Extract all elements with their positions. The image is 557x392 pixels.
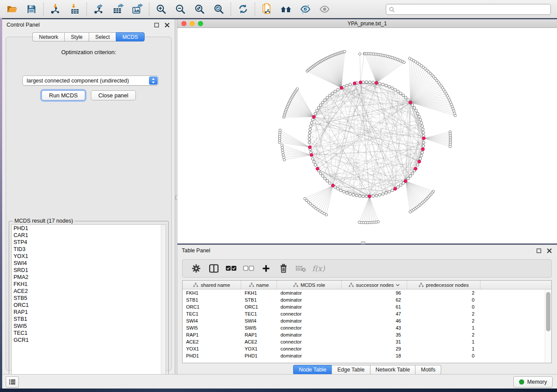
network-node[interactable]	[319, 104, 322, 107]
network-node[interactable]	[324, 99, 326, 101]
search-field[interactable]	[386, 4, 551, 15]
tab-edge-table[interactable]: Edge Table	[332, 365, 370, 375]
mcds-node[interactable]	[394, 187, 397, 190]
network-node[interactable]	[334, 90, 336, 93]
network-node[interactable]	[403, 61, 405, 64]
network-node[interactable]	[282, 154, 284, 156]
split-panel-icon[interactable]	[206, 261, 221, 275]
add-column-icon[interactable]	[259, 261, 273, 275]
network-node[interactable]	[310, 121, 313, 124]
network-node[interactable]	[336, 88, 339, 91]
close-table-panel-icon[interactable]	[546, 247, 553, 254]
mcds-node[interactable]	[308, 146, 311, 149]
first-neighbors-icon[interactable]	[278, 2, 294, 17]
tab-network-table[interactable]: Network Table	[370, 365, 415, 375]
export-network-icon[interactable]	[91, 2, 107, 17]
mcds-list-scrollbar[interactable]	[161, 225, 166, 380]
network-node[interactable]	[352, 193, 355, 196]
network-node[interactable]	[281, 144, 284, 147]
hide-selected-icon[interactable]	[298, 2, 313, 17]
network-node[interactable]	[359, 53, 361, 55]
network-node[interactable]	[304, 197, 306, 200]
delete-table-icon[interactable]	[294, 261, 308, 275]
table-row[interactable]: YOX1YOX1connector291	[183, 345, 551, 352]
float-panel-icon[interactable]	[153, 21, 160, 28]
table-row[interactable]: STB1STB1dominator620	[183, 296, 551, 303]
network-window-titlebar[interactable]: YPA_prune.txt_1	[177, 19, 557, 28]
network-node[interactable]	[324, 177, 326, 180]
network-node[interactable]	[407, 99, 409, 101]
export-image-icon[interactable]	[129, 2, 145, 17]
delete-column-icon[interactable]	[276, 261, 291, 275]
network-node[interactable]	[388, 190, 391, 193]
refresh-icon[interactable]	[235, 2, 251, 17]
network-node[interactable]	[420, 154, 422, 157]
table-row[interactable]: PHD1PHD1dominator180	[183, 352, 551, 359]
network-node[interactable]	[311, 158, 314, 160]
mcds-node[interactable]	[414, 167, 417, 170]
network-node[interactable]	[313, 161, 315, 163]
network-node[interactable]	[415, 109, 417, 112]
network-node[interactable]	[375, 194, 378, 197]
network-node[interactable]	[346, 192, 348, 194]
network-node[interactable]	[378, 82, 381, 85]
network-node[interactable]	[391, 87, 394, 89]
maximize-window-icon[interactable]	[198, 21, 203, 26]
mcds-node[interactable]	[375, 81, 378, 84]
network-node[interactable]	[322, 101, 324, 104]
save-session-icon[interactable]	[24, 2, 39, 17]
column-header[interactable]: MCDS role	[277, 281, 342, 289]
table-row[interactable]: FKH1FKH1dominator962	[183, 289, 551, 296]
network-node[interactable]	[315, 109, 318, 112]
network-node[interactable]	[355, 194, 358, 197]
network-node[interactable]	[362, 195, 364, 198]
show-all-icon[interactable]	[317, 2, 332, 17]
close-panel-button[interactable]: Close panel	[91, 90, 136, 100]
mcds-result-list[interactable]: PHD1CAR1STP4TID3YOX1SWI4SRD1PMA2FKH1ACE2…	[11, 224, 166, 381]
network-node[interactable]	[343, 50, 346, 53]
network-node[interactable]	[419, 158, 422, 160]
network-node[interactable]	[339, 189, 342, 192]
zoom-out-icon[interactable]	[173, 2, 188, 17]
import-network-icon[interactable]	[48, 2, 63, 17]
network-node[interactable]	[419, 118, 422, 121]
network-node[interactable]	[413, 107, 415, 109]
network-node[interactable]	[409, 175, 412, 177]
mcds-node[interactable]	[312, 115, 315, 118]
open-file-icon[interactable]	[4, 2, 20, 17]
network-node[interactable]	[421, 125, 423, 127]
network-node[interactable]	[283, 156, 285, 159]
table-scrollbar[interactable]	[545, 289, 551, 363]
settings-gear-icon[interactable]	[189, 261, 204, 275]
network-node[interactable]	[394, 88, 396, 91]
search-input[interactable]	[395, 7, 548, 13]
network-node[interactable]	[372, 81, 374, 84]
network-node[interactable]	[407, 177, 409, 180]
network-node[interactable]	[369, 81, 371, 83]
table-row[interactable]: SWI4SWI4dominator462	[183, 317, 551, 324]
network-node[interactable]	[349, 193, 351, 195]
close-panel-icon[interactable]	[163, 21, 170, 28]
tab-motifs[interactable]: Motifs	[415, 365, 441, 375]
network-node[interactable]	[411, 172, 414, 175]
network-node[interactable]	[314, 164, 317, 166]
network-node[interactable]	[399, 184, 402, 186]
select-all-icon[interactable]	[224, 261, 239, 275]
mcds-node[interactable]	[409, 101, 412, 104]
network-node[interactable]	[397, 186, 399, 188]
mcds-node[interactable]	[359, 81, 362, 84]
tab-network[interactable]: Network	[32, 32, 64, 41]
network-node[interactable]	[308, 141, 311, 144]
network-node[interactable]	[329, 94, 331, 97]
network-node[interactable]	[422, 128, 424, 131]
network-node[interactable]	[391, 189, 394, 192]
table-row[interactable]: SWI5SWI5connector431	[183, 324, 551, 331]
mcds-node[interactable]	[353, 82, 356, 85]
network-node[interactable]	[326, 179, 329, 182]
network-node[interactable]	[421, 151, 423, 154]
network-node[interactable]	[397, 90, 399, 93]
network-node[interactable]	[336, 187, 339, 190]
mcds-node[interactable]	[421, 148, 424, 151]
mcds-node[interactable]	[404, 179, 407, 182]
network-node[interactable]	[420, 121, 422, 124]
